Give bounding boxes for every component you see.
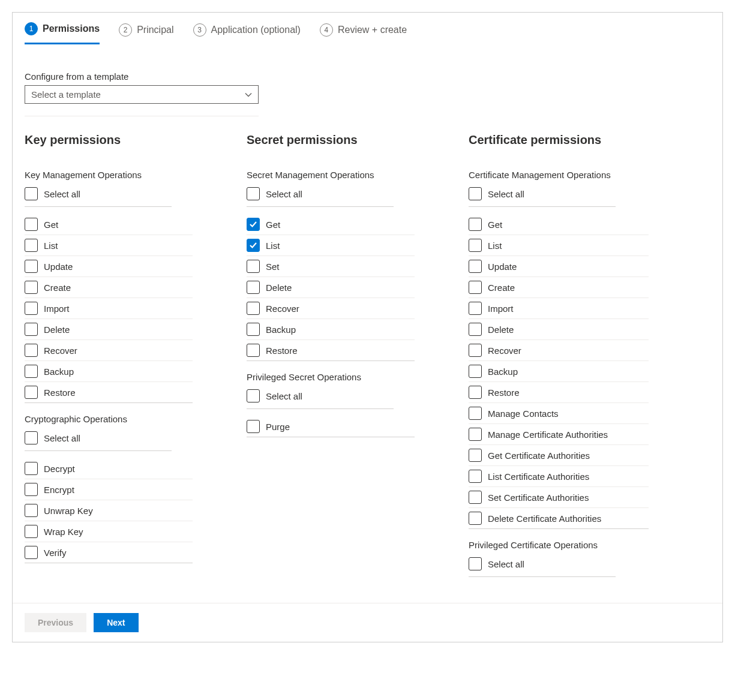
tab-review-create[interactable]: 4Review + create: [320, 22, 407, 44]
column-title: Key permissions: [25, 133, 241, 147]
permission-checkbox[interactable]: [247, 323, 260, 336]
template-section: Configure from a template Select a templ…: [25, 45, 259, 116]
permission-checkbox[interactable]: [469, 491, 482, 504]
tab-label: Review + create: [338, 25, 407, 35]
permission-label: Backup: [488, 366, 518, 377]
permission-checkbox[interactable]: [25, 344, 38, 357]
permission-checkbox[interactable]: [469, 302, 482, 315]
permission-checkbox[interactable]: [25, 386, 38, 399]
permission-checkbox[interactable]: [25, 239, 38, 252]
permission-label: Recover: [266, 304, 299, 314]
permission-checkbox[interactable]: [469, 239, 482, 252]
permission-label: Update: [488, 262, 517, 272]
previous-button[interactable]: Previous: [25, 613, 86, 632]
permission-checkbox[interactable]: [247, 260, 260, 273]
permission-item: Update: [25, 256, 193, 277]
permission-checkbox[interactable]: [25, 281, 38, 294]
permission-checkbox[interactable]: [469, 281, 482, 294]
permission-label: List: [266, 241, 280, 251]
tab-principal[interactable]: 2Principal: [119, 22, 173, 44]
select-all-label: Select all: [488, 559, 524, 569]
permission-label: Decrypt: [44, 464, 75, 474]
permission-checkbox[interactable]: [25, 218, 38, 231]
select-all-checkbox[interactable]: [25, 431, 38, 444]
permission-item: Set Certificate Authorities: [469, 487, 649, 508]
permission-label: Delete: [488, 325, 514, 335]
select-all-checkbox[interactable]: [469, 187, 482, 200]
permission-label: Get Certificate Authorities: [488, 450, 590, 461]
tab-step-number: 3: [193, 23, 206, 37]
permission-checkbox[interactable]: [25, 462, 38, 475]
tab-label: Principal: [137, 25, 173, 35]
permission-label: Restore: [266, 346, 298, 356]
permission-checkbox[interactable]: [25, 525, 38, 538]
permission-list: GetListUpdateCreateImportDeleteRecoverBa…: [25, 207, 193, 403]
template-dropdown[interactable]: Select a template: [25, 85, 259, 104]
permission-label: Purge: [266, 422, 290, 432]
permission-checkbox[interactable]: [25, 483, 38, 496]
permission-label: List: [488, 241, 502, 251]
permission-item: Recover: [25, 340, 193, 361]
permission-label: Manage Contacts: [488, 408, 559, 419]
select-all-checkbox[interactable]: [25, 187, 38, 200]
permission-checkbox[interactable]: [247, 344, 260, 357]
select-all-row: Select all: [25, 185, 172, 207]
tab-label: Permissions: [43, 23, 100, 34]
permission-checkbox[interactable]: [469, 428, 482, 441]
template-placeholder: Select a template: [31, 89, 101, 100]
permission-item: Set: [247, 256, 415, 277]
permission-label: Recover: [44, 346, 77, 356]
permission-checkbox[interactable]: [469, 386, 482, 399]
permission-label: Backup: [266, 325, 296, 335]
permission-label: Wrap Key: [44, 527, 83, 537]
permission-label: Create: [44, 283, 71, 293]
permission-checkbox[interactable]: [25, 504, 38, 517]
tab-application-optional-[interactable]: 3Application (optional): [193, 22, 301, 44]
permission-checkbox[interactable]: [469, 470, 482, 483]
permission-list: Purge: [247, 409, 415, 437]
permission-label: Recover: [488, 346, 521, 356]
permission-label: Set Certificate Authorities: [488, 492, 589, 503]
permission-label: Import: [488, 304, 514, 314]
permission-item: List Certificate Authorities: [469, 466, 649, 487]
permission-checkbox[interactable]: [469, 365, 482, 378]
permission-item: Encrypt: [25, 479, 193, 500]
permission-checkbox[interactable]: [469, 218, 482, 231]
next-button[interactable]: Next: [94, 613, 138, 632]
permission-checkbox[interactable]: [25, 323, 38, 336]
permission-checkbox[interactable]: [25, 546, 38, 559]
permission-checkbox[interactable]: [469, 449, 482, 462]
permission-checkbox[interactable]: [247, 239, 260, 252]
select-all-row: Select all: [247, 387, 394, 409]
permission-checkbox[interactable]: [247, 420, 260, 433]
permission-checkbox[interactable]: [469, 512, 482, 525]
permission-checkbox[interactable]: [25, 260, 38, 273]
tab-permissions[interactable]: 1Permissions: [25, 22, 100, 44]
permission-checkbox[interactable]: [469, 344, 482, 357]
permission-checkbox[interactable]: [247, 302, 260, 315]
content-area: Configure from a template Select a templ…: [13, 45, 722, 603]
tab-label: Application (optional): [211, 25, 301, 35]
permission-item: List: [25, 235, 193, 256]
permission-item: Verify: [25, 542, 193, 563]
permission-checkbox[interactable]: [247, 281, 260, 294]
permission-checkbox[interactable]: [247, 218, 260, 231]
select-all-checkbox[interactable]: [247, 389, 260, 402]
permission-label: Update: [44, 262, 73, 272]
permission-checkbox[interactable]: [25, 302, 38, 315]
permission-checkbox[interactable]: [469, 407, 482, 420]
permission-label: Set: [266, 262, 280, 272]
permission-checkbox[interactable]: [469, 323, 482, 336]
column-key-permissions: Key permissionsKey Management Operations…: [25, 133, 241, 584]
wizard-panel: 1Permissions2Principal3Application (opti…: [12, 12, 723, 642]
select-all-label: Select all: [266, 391, 302, 401]
permission-item: Get: [469, 214, 649, 235]
permission-list: [469, 577, 637, 584]
permission-checkbox[interactable]: [25, 365, 38, 378]
select-all-checkbox[interactable]: [247, 187, 260, 200]
select-all-checkbox[interactable]: [469, 557, 482, 570]
permission-checkbox[interactable]: [469, 260, 482, 273]
group-title: Privileged Secret Operations: [247, 372, 463, 382]
tab-step-number: 2: [119, 23, 132, 37]
permission-item: Backup: [247, 319, 415, 340]
